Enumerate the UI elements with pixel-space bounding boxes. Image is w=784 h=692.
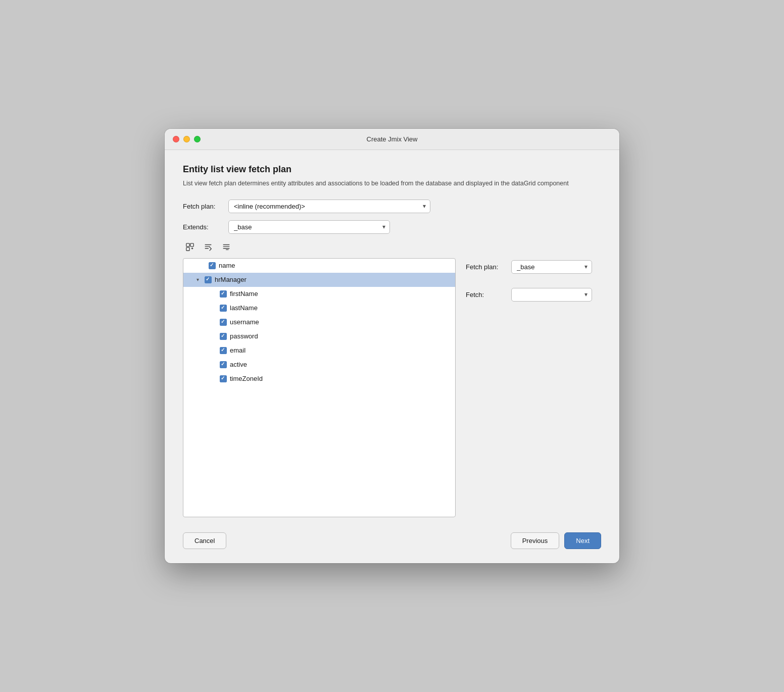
right-fetch-select[interactable]: LAZY EAGER — [511, 288, 592, 302]
right-fetch-plan-row: Fetch plan: _base _local _minimal — [466, 260, 601, 274]
svg-rect-1 — [190, 243, 193, 246]
lastname-checkbox[interactable] — [220, 305, 227, 312]
fetch-plan-select[interactable]: <inline (recommended)> _base _local _min… — [228, 200, 430, 213]
expand-all-icon — [185, 242, 194, 252]
password-label: password — [230, 332, 258, 340]
fetch-plan-select-wrapper: <inline (recommended)> _base _local _min… — [228, 200, 430, 213]
lastname-label: lastName — [230, 304, 258, 312]
content-area: Entity list view fetch plan List view fe… — [165, 150, 619, 563]
tree-toolbar — [183, 241, 601, 253]
cancel-button[interactable]: Cancel — [183, 532, 226, 549]
hrmanager-checkbox[interactable] — [205, 276, 212, 283]
svg-rect-0 — [186, 243, 189, 246]
collapse-hrmanager-button[interactable]: ▾ — [193, 276, 202, 284]
svg-rect-2 — [186, 248, 189, 251]
name-label: name — [219, 262, 235, 269]
right-fetch-plan-label: Fetch plan: — [466, 263, 506, 271]
username-label: username — [230, 318, 259, 326]
timezoneid-checkbox[interactable] — [220, 375, 227, 382]
tree-row[interactable]: ▾ hrManager — [183, 273, 455, 287]
right-fetch-select-wrapper: LAZY EAGER — [511, 288, 592, 302]
tree-row[interactable]: timeZoneId — [183, 372, 455, 386]
email-label: email — [230, 347, 246, 354]
firstname-checkbox[interactable] — [220, 290, 227, 298]
fetch-plan-label: Fetch plan: — [183, 203, 228, 210]
right-panel: Fetch plan: _base _local _minimal Fetch: — [466, 258, 601, 517]
maximize-button[interactable] — [194, 136, 201, 142]
email-checkbox[interactable] — [220, 347, 227, 354]
previous-button[interactable]: Previous — [511, 532, 560, 549]
tree-row[interactable]: active — [183, 358, 455, 372]
expand-all-button[interactable] — [183, 241, 197, 253]
footer: Cancel Previous Next — [183, 523, 601, 551]
footer-right: Previous Next — [511, 532, 601, 549]
tree-row[interactable]: username — [183, 315, 455, 329]
page-description: List view fetch plan determines entity a… — [183, 179, 601, 188]
collapse-all-button[interactable] — [201, 241, 215, 253]
tree-row[interactable]: lastName — [183, 301, 455, 315]
tree-row[interactable]: name — [183, 259, 455, 273]
active-checkbox[interactable] — [220, 361, 227, 368]
extends-select-wrapper: _base _local _minimal — [228, 220, 390, 234]
deselect-all-button[interactable] — [219, 241, 233, 253]
tree-panel[interactable]: name ▾ hrManager firstName — [183, 258, 456, 517]
dialog-window: Create Jmix View Entity list view fetch … — [165, 129, 619, 563]
name-checkbox[interactable] — [209, 262, 216, 269]
traffic-lights — [173, 136, 201, 142]
window-title: Create Jmix View — [367, 135, 418, 143]
deselect-all-icon — [222, 242, 231, 252]
timezoneid-label: timeZoneId — [230, 375, 263, 382]
fetch-plan-row: Fetch plan: <inline (recommended)> _base… — [183, 200, 601, 213]
right-fetch-label: Fetch: — [466, 291, 506, 299]
page-title: Entity list view fetch plan — [183, 164, 601, 175]
collapse-all-icon — [204, 242, 213, 252]
tree-row[interactable]: password — [183, 329, 455, 343]
firstname-label: firstName — [230, 290, 258, 298]
main-area: name ▾ hrManager firstName — [183, 258, 601, 517]
extends-label: Extends: — [183, 223, 228, 231]
extends-select[interactable]: _base _local _minimal — [228, 220, 390, 234]
titlebar: Create Jmix View — [165, 129, 619, 150]
right-fetch-row: Fetch: LAZY EAGER — [466, 288, 601, 302]
next-button[interactable]: Next — [564, 532, 601, 549]
extends-row: Extends: _base _local _minimal — [183, 220, 601, 234]
minimize-button[interactable] — [183, 136, 190, 142]
active-label: active — [230, 361, 247, 368]
hrmanager-label: hrManager — [215, 276, 247, 283]
username-checkbox[interactable] — [220, 319, 227, 326]
close-button[interactable] — [173, 136, 179, 142]
right-fetch-plan-select-wrapper: _base _local _minimal — [511, 260, 592, 274]
right-fetch-plan-select[interactable]: _base _local _minimal — [511, 260, 592, 274]
tree-row[interactable]: email — [183, 343, 455, 358]
password-checkbox[interactable] — [220, 333, 227, 340]
tree-row[interactable]: firstName — [183, 287, 455, 301]
